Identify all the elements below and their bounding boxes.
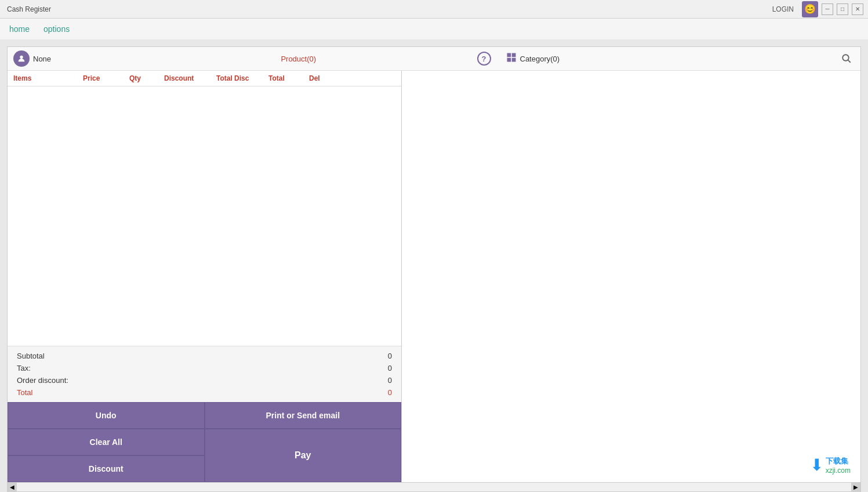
scroll-left-button[interactable]: ◀ <box>8 483 17 492</box>
category-section: Category(0) <box>506 52 833 65</box>
title-bar-right: LOGIN 😊 ─ □ ✕ <box>772 1 863 17</box>
order-table-header: Items Price Qty Discount Total Disc Tota… <box>8 71 401 86</box>
subtotal-row: Subtotal 0 <box>17 350 392 362</box>
right-panel <box>402 71 860 482</box>
watermark: ⬇ 下载集 xzji.com <box>810 455 851 475</box>
smiley-button[interactable]: 😊 <box>802 1 818 17</box>
watermark-text: 下载集 xzji.com <box>826 456 851 475</box>
close-button[interactable]: ✕ <box>852 3 863 15</box>
customer-name[interactable]: None <box>33 55 51 63</box>
order-discount-row: Order discount: 0 <box>17 374 392 386</box>
menu-bar: home options <box>0 19 868 39</box>
col-qty: Qty <box>129 74 164 82</box>
summary-area: Subtotal 0 Tax: 0 Order discount: 0 Tota… <box>8 346 401 402</box>
maximize-button[interactable]: □ <box>837 3 848 15</box>
subtotal-label: Subtotal <box>17 352 45 360</box>
clear-all-button[interactable]: Clear All <box>8 429 205 455</box>
scrollbar-bottom: ◀ ▶ <box>8 482 860 491</box>
smiley-icon: 😊 <box>804 3 816 15</box>
col-price: Price <box>83 74 129 82</box>
col-discount: Discount <box>164 74 216 82</box>
category-label[interactable]: Category(0) <box>520 55 560 63</box>
tax-label: Tax: <box>17 364 31 372</box>
total-row: Total 0 <box>17 386 392 399</box>
subtotal-value: 0 <box>388 352 392 360</box>
col-del: Del <box>309 74 338 82</box>
svg-rect-2 <box>511 53 515 57</box>
watermark-line2: xzji.com <box>826 466 851 475</box>
order-discount-value: 0 <box>388 376 392 385</box>
tax-value: 0 <box>388 364 392 372</box>
svg-rect-4 <box>511 58 515 62</box>
left-panel: Items Price Qty Discount Total Disc Tota… <box>8 71 402 482</box>
customer-section: None <box>13 50 129 67</box>
scroll-right-button[interactable]: ▶ <box>851 483 860 492</box>
svg-rect-1 <box>507 53 511 57</box>
discount-button[interactable]: Discount <box>8 455 205 482</box>
app-container: None Product(0) ? Category(0) <box>7 46 861 492</box>
total-value: 0 <box>388 388 392 397</box>
svg-rect-3 <box>507 58 511 62</box>
title-bar-left: Cash Register <box>7 5 51 13</box>
grid-icon <box>506 52 517 65</box>
col-items: Items <box>13 74 83 82</box>
svg-point-0 <box>20 56 23 59</box>
pay-button[interactable]: Pay <box>205 429 402 482</box>
content-area: Items Price Qty Discount Total Disc Tota… <box>8 71 860 482</box>
customer-icon[interactable] <box>13 50 30 67</box>
menu-options[interactable]: options <box>43 24 70 34</box>
col-total-disc: Total Disc <box>216 74 268 82</box>
col-total: Total <box>268 74 309 82</box>
undo-button[interactable]: Undo <box>8 402 205 429</box>
order-discount-label: Order discount: <box>17 376 68 385</box>
watermark-down-icon: ⬇ <box>810 455 823 475</box>
title-bar: Cash Register LOGIN 😊 ─ □ ✕ <box>0 0 868 19</box>
order-table-body <box>8 86 401 261</box>
button-area: Undo Print or Send email Clear All Pay D… <box>8 402 401 482</box>
product-label[interactable]: Product(0) <box>281 55 316 63</box>
main-content: None Product(0) ? Category(0) <box>0 39 868 492</box>
search-icon[interactable] <box>838 50 855 67</box>
login-button[interactable]: LOGIN <box>772 5 794 13</box>
watermark-line1: 下载集 <box>826 456 851 466</box>
svg-point-5 <box>842 55 849 61</box>
help-icon[interactable]: ? <box>477 52 491 66</box>
minimize-button[interactable]: ─ <box>822 3 833 15</box>
top-bar: None Product(0) ? Category(0) <box>8 47 860 71</box>
svg-line-6 <box>848 60 851 63</box>
print-send-email-button[interactable]: Print or Send email <box>205 402 402 429</box>
app-title: Cash Register <box>7 5 51 13</box>
order-table <box>8 86 401 346</box>
product-section: Product(0) <box>135 55 462 63</box>
tax-row: Tax: 0 <box>17 362 392 374</box>
total-label: Total <box>17 388 32 397</box>
menu-home[interactable]: home <box>9 24 30 34</box>
